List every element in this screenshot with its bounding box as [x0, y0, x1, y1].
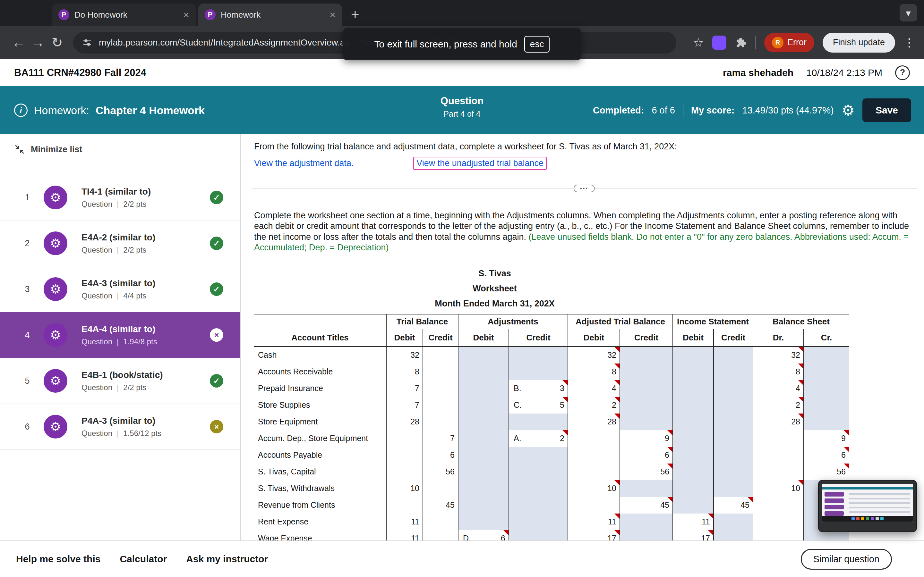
cell-bs_cr[interactable]: [803, 380, 849, 397]
cell-bs_dr[interactable]: [753, 497, 803, 514]
settings-gear-icon[interactable]: ⚙: [842, 102, 855, 119]
question-list-item-5[interactable]: 5⚙E4B-1 (book/static)Question|2/2 pts✓: [0, 358, 240, 404]
cell-is_d[interactable]: [672, 497, 713, 514]
cell-adj_c[interactable]: [509, 447, 567, 464]
similar-question-button[interactable]: Similar question: [801, 549, 892, 570]
cell-adj_c[interactable]: [509, 414, 567, 430]
cell-atb_c[interactable]: [620, 530, 672, 540]
cell-atb_d[interactable]: [567, 497, 620, 514]
cell-atb_c[interactable]: 9: [620, 430, 672, 447]
cell-is_c[interactable]: [713, 364, 753, 380]
cell-adj_c[interactable]: [509, 364, 567, 380]
cell-atb_d[interactable]: 10: [567, 480, 620, 497]
cell-adj_d[interactable]: [458, 514, 509, 530]
cell-adj_d[interactable]: [458, 430, 509, 447]
cell-is_c[interactable]: [713, 414, 753, 430]
cell-bs_dr[interactable]: [753, 514, 803, 530]
cell-atb_c[interactable]: [620, 347, 672, 364]
cell-is_d[interactable]: [672, 380, 713, 397]
tab-close-icon[interactable]: ×: [330, 10, 336, 20]
tab-close-icon[interactable]: ×: [183, 10, 189, 20]
cell-atb_d[interactable]: 32: [567, 347, 620, 364]
cell-atb_d[interactable]: 4: [567, 380, 620, 397]
cell-bs_cr[interactable]: [803, 347, 849, 364]
screen-mirror-pip[interactable]: [818, 480, 917, 532]
cell-adj_c[interactable]: [509, 530, 567, 540]
cell-bs_dr[interactable]: 8: [753, 364, 803, 380]
cell-bs_dr[interactable]: [753, 447, 803, 464]
unadjusted-trial-balance-link[interactable]: View the unadjusted trial balance: [417, 158, 543, 168]
tab-search-button[interactable]: ▾: [900, 4, 917, 21]
cell-atb_d[interactable]: [567, 430, 620, 447]
cell-adj_d[interactable]: [458, 414, 509, 430]
cell-is_d[interactable]: 11: [672, 514, 713, 530]
forward-icon[interactable]: →: [28, 35, 47, 50]
cell-is_d[interactable]: [672, 480, 713, 497]
calculator-button[interactable]: Calculator: [120, 554, 167, 564]
cell-bs_dr[interactable]: 2: [753, 397, 803, 414]
cell-is_c[interactable]: [713, 397, 753, 414]
cell-bs_dr[interactable]: [753, 430, 803, 447]
divider-drag-handle[interactable]: •••: [573, 185, 595, 192]
bookmark-star-icon[interactable]: ☆: [693, 35, 704, 50]
cell-adj_c[interactable]: A.2: [509, 430, 567, 447]
cell-adj_c[interactable]: [509, 497, 567, 514]
cell-bs_cr[interactable]: 9: [803, 430, 849, 447]
cell-adj_c[interactable]: [509, 347, 567, 364]
cell-atb_c[interactable]: [620, 397, 672, 414]
site-info-icon[interactable]: [82, 37, 92, 48]
cell-is_d[interactable]: [672, 414, 713, 430]
adjustment-data-link[interactable]: View the adjustment data.: [254, 158, 354, 168]
question-list-item-2[interactable]: 2⚙E4A-2 (similar to)Question|2/2 pts✓: [0, 221, 240, 266]
cell-is_c[interactable]: [713, 347, 753, 364]
error-button[interactable]: R Error: [764, 33, 814, 52]
cell-adj_d[interactable]: [458, 380, 509, 397]
cell-atb_c[interactable]: [620, 380, 672, 397]
cell-is_d[interactable]: [672, 447, 713, 464]
cell-adj_d[interactable]: [458, 347, 509, 364]
cell-atb_d[interactable]: 28: [567, 414, 620, 430]
cell-atb_d[interactable]: 11: [567, 514, 620, 530]
finish-update-button[interactable]: Finish update: [822, 33, 895, 53]
extension-icon[interactable]: [712, 35, 726, 50]
cell-atb_c[interactable]: 56: [620, 464, 672, 480]
cell-adj_c[interactable]: C.5: [509, 397, 567, 414]
cell-adj_d[interactable]: [458, 497, 509, 514]
cell-is_d[interactable]: [672, 364, 713, 380]
cell-bs_cr[interactable]: [803, 414, 849, 430]
minimize-list-button[interactable]: Minimize list: [0, 134, 240, 155]
question-list-item-3[interactable]: 3⚙E4A-3 (similar to)Question|4/4 pts✓: [0, 266, 240, 312]
extensions-puzzle-icon[interactable]: [735, 37, 747, 49]
cell-bs_cr[interactable]: [803, 364, 849, 380]
cell-is_c[interactable]: [713, 464, 753, 480]
cell-atb_d[interactable]: 17: [567, 530, 620, 540]
cell-bs_cr[interactable]: 6: [803, 447, 849, 464]
cell-is_d[interactable]: [672, 464, 713, 480]
cell-bs_dr[interactable]: 4: [753, 380, 803, 397]
new-tab-button[interactable]: +: [351, 7, 359, 21]
cell-bs_dr[interactable]: 32: [753, 347, 803, 364]
cell-atb_c[interactable]: 6: [620, 447, 672, 464]
cell-adj_d[interactable]: [458, 447, 509, 464]
cell-atb_d[interactable]: 8: [567, 364, 620, 380]
cell-is_d[interactable]: 17: [672, 530, 713, 540]
cell-adj_d[interactable]: [458, 397, 509, 414]
question-list-item-1[interactable]: 1⚙TI4-1 (similar to)Question|2/2 pts✓: [0, 175, 240, 221]
cell-adj_d[interactable]: [458, 480, 509, 497]
cell-adj_c[interactable]: [509, 464, 567, 480]
question-list-item-6[interactable]: 6⚙P4A-3 (similar to)Question|1.56/12 pts…: [0, 404, 240, 450]
help-me-solve-button[interactable]: Help me solve this: [16, 554, 100, 564]
cell-adj_d[interactable]: [458, 464, 509, 480]
question-list-item-4[interactable]: 4⚙E4A-4 (similar to)Question|1.94/8 pts×: [0, 312, 240, 358]
cell-atb_c[interactable]: [620, 414, 672, 430]
ask-instructor-button[interactable]: Ask my instructor: [186, 554, 268, 564]
cell-adj_c[interactable]: [509, 480, 567, 497]
cell-bs_dr[interactable]: [753, 464, 803, 480]
cell-is_c[interactable]: [713, 480, 753, 497]
cell-is_c[interactable]: [713, 430, 753, 447]
cell-is_d[interactable]: [672, 397, 713, 414]
cell-adj_d[interactable]: [458, 364, 509, 380]
cell-atb_d[interactable]: 2: [567, 397, 620, 414]
cell-atb_c[interactable]: [620, 514, 672, 530]
cell-is_c[interactable]: [713, 514, 753, 530]
